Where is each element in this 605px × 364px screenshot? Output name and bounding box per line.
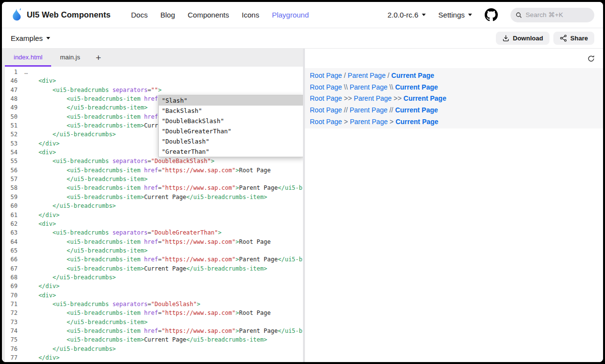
line-number: 60 <box>5 201 24 210</box>
code-line[interactable]: 57 </ui5-breadcrumbs-item> <box>5 175 303 183</box>
line-number: 52 <box>5 130 24 139</box>
line-number: 67 <box>5 264 24 273</box>
autocomplete-option[interactable]: "DoubleBackSlash" <box>159 116 303 126</box>
autocomplete-option[interactable]: "DoubleSlash" <box>159 136 303 146</box>
examples-label: Examples <box>11 34 43 42</box>
code-line-content: <div> <box>24 291 56 300</box>
code-line[interactable]: 64 <ui5-breadcrumbs-item href="https://w… <box>5 237 303 246</box>
line-number: 76 <box>5 345 24 353</box>
settings-dropdown[interactable]: Settings <box>438 11 472 19</box>
code-line[interactable]: 75 <ui5-breadcrumbs-item>Current Page</u… <box>5 335 303 344</box>
autocomplete-option[interactable]: "DoubleGreaterThan" <box>159 126 303 136</box>
code-line-content: <div> <box>24 76 56 85</box>
breadcrumb-link[interactable]: Root Page <box>310 72 342 79</box>
code-line[interactable]: 69 </div> <box>5 282 303 291</box>
autocomplete-option[interactable]: "Slash" <box>159 95 303 106</box>
breadcrumb-link[interactable]: Parent Page <box>348 72 386 79</box>
search-icon <box>515 12 522 18</box>
breadcrumb-link[interactable]: Parent Page <box>354 94 392 102</box>
code-line-content: <ui5-breadcrumbs-item href="https://www.… <box>24 237 271 246</box>
code-line[interactable]: 77 </div> <box>5 353 303 362</box>
breadcrumb-separator: > <box>388 118 396 126</box>
nav-item-components[interactable]: Components <box>188 11 229 19</box>
share-button[interactable]: Share <box>553 32 594 45</box>
code-line[interactable]: 71 <ui5-breadcrumbs separators="DoubleSl… <box>5 300 303 309</box>
code-line-content: </ui5-breadcrumbs-item> <box>24 103 148 112</box>
code-line[interactable]: 74 <ui5-breadcrumbs-item href="https://w… <box>5 327 303 335</box>
code-line[interactable]: 58 <ui5-breadcrumbs-item href="https://w… <box>5 183 303 192</box>
code-line[interactable]: 70 <div> <box>5 291 303 300</box>
examples-toolbar: Examples Download Share <box>2 28 603 49</box>
line-number: 57 <box>5 175 24 183</box>
toolbar-actions: Download Share <box>496 32 594 45</box>
breadcrumb-separator: \\ <box>388 83 396 91</box>
version-dropdown[interactable]: 2.0.0-rc.6 <box>387 11 425 19</box>
code-line-content: <ui5-breadcrumbs-item>Current Page</ui5-… <box>24 335 267 344</box>
code-editor-panel: index.html main.js + 1…46 <div>47 <ui5-b… <box>2 49 303 362</box>
main-split: index.html main.js + 1…46 <div>47 <ui5-b… <box>2 49 603 362</box>
code-line-content: </ui5-breadcrumbs> <box>24 201 116 210</box>
code-line[interactable]: 73 </ui5-breadcrumbs-item> <box>5 318 303 327</box>
autocomplete-option[interactable]: "BackSlash" <box>159 106 303 116</box>
code-line-content: </div> <box>24 139 59 148</box>
nav-item-playground[interactable]: Playground <box>272 11 309 19</box>
code-line[interactable]: 62 <div> <box>5 219 303 228</box>
nav-item-docs[interactable]: Docs <box>131 11 148 19</box>
code-line[interactable]: 63 <ui5-breadcrumbs separators="DoubleGr… <box>5 228 303 237</box>
preview-panel: Root Page / Parent Page / Current PageRo… <box>305 49 603 362</box>
nav-item-icons[interactable]: Icons <box>242 11 259 19</box>
breadcrumb-link[interactable]: Root Page <box>310 118 342 126</box>
nav-item-blog[interactable]: Blog <box>160 11 175 19</box>
code-line[interactable]: 46 <div> <box>5 76 303 85</box>
code-line[interactable]: 72 <ui5-breadcrumbs-item href="https://w… <box>5 309 303 317</box>
breadcrumb-link[interactable]: Parent Page <box>350 83 388 91</box>
autocomplete-option[interactable]: "GreaterThan" <box>159 146 303 157</box>
breadcrumb-link[interactable]: Root Page <box>310 106 342 114</box>
breadcrumb-link[interactable]: Parent Page <box>350 106 388 114</box>
examples-dropdown[interactable]: Examples <box>11 34 50 42</box>
line-number: 49 <box>5 103 24 112</box>
breadcrumb-row: Root Page // Parent Page // Current Page <box>310 104 603 116</box>
breadcrumb-separator: > <box>342 118 350 126</box>
ui5-flame-icon <box>11 7 23 22</box>
chevron-down-icon <box>422 14 426 16</box>
breadcrumb-link[interactable]: Parent Page <box>350 118 388 126</box>
preview-toolbar <box>305 49 603 68</box>
code-line-content: <ui5-breadcrumbs-item href="https://www.… <box>24 327 303 335</box>
breadcrumb-separator: >> <box>392 94 403 102</box>
refresh-icon[interactable] <box>587 55 595 63</box>
code-line-content: <div> <box>24 219 56 228</box>
line-number: 59 <box>5 193 24 201</box>
brand[interactable]: UI5 Web Components <box>11 7 111 22</box>
download-button[interactable]: Download <box>496 32 549 45</box>
search-input[interactable] <box>526 11 584 18</box>
autocomplete-popup: "Slash""BackSlash""DoubleBackSlash""Doub… <box>158 95 303 157</box>
search-box[interactable] <box>510 8 594 22</box>
code-line[interactable]: 61 </div> <box>5 211 303 219</box>
tab-index-html[interactable]: index.html <box>5 49 51 67</box>
add-tab-button[interactable]: + <box>89 49 108 67</box>
code-line-content: <ui5-breadcrumbs separators="DoubleBackS… <box>24 157 214 165</box>
code-line[interactable]: 66 <ui5-breadcrumbs-item href="https://w… <box>5 255 303 264</box>
line-number: 48 <box>5 94 24 103</box>
code-line[interactable]: 76 </ui5-breadcrumbs> <box>5 345 303 353</box>
breadcrumb-link[interactable]: Root Page <box>310 94 342 102</box>
breadcrumb-link[interactable]: Root Page <box>310 83 342 91</box>
code-line[interactable]: 68 </ui5-breadcrumbs> <box>5 273 303 282</box>
code-line[interactable]: 47 <ui5-breadcrumbs separators=""> <box>5 86 303 94</box>
brand-title: UI5 Web Components <box>27 10 111 19</box>
breadcrumb-separator: \\ <box>342 83 350 91</box>
line-number: 47 <box>5 86 24 94</box>
code-line[interactable]: 55 <ui5-breadcrumbs separators="DoubleBa… <box>5 157 303 165</box>
breadcrumb-row: Root Page / Parent Page / Current Page <box>310 70 603 81</box>
code-line[interactable]: 60 </ui5-breadcrumbs> <box>5 201 303 210</box>
code-line[interactable]: 1… <box>5 68 303 76</box>
code-line[interactable]: 67 <ui5-breadcrumbs-item>Current Page</u… <box>5 264 303 273</box>
code-line[interactable]: 56 <ui5-breadcrumbs-item href="https://w… <box>5 166 303 175</box>
screenshot-frame: UI5 Web Components Docs Blog Components … <box>0 0 605 364</box>
github-icon[interactable] <box>485 8 498 21</box>
code-line[interactable]: 65 </ui5-breadcrumbs-item> <box>5 246 303 255</box>
tab-main-js[interactable]: main.js <box>51 49 89 67</box>
line-number: 71 <box>5 300 24 309</box>
code-line[interactable]: 59 <ui5-breadcrumbs-item>Current Page</u… <box>5 193 303 201</box>
